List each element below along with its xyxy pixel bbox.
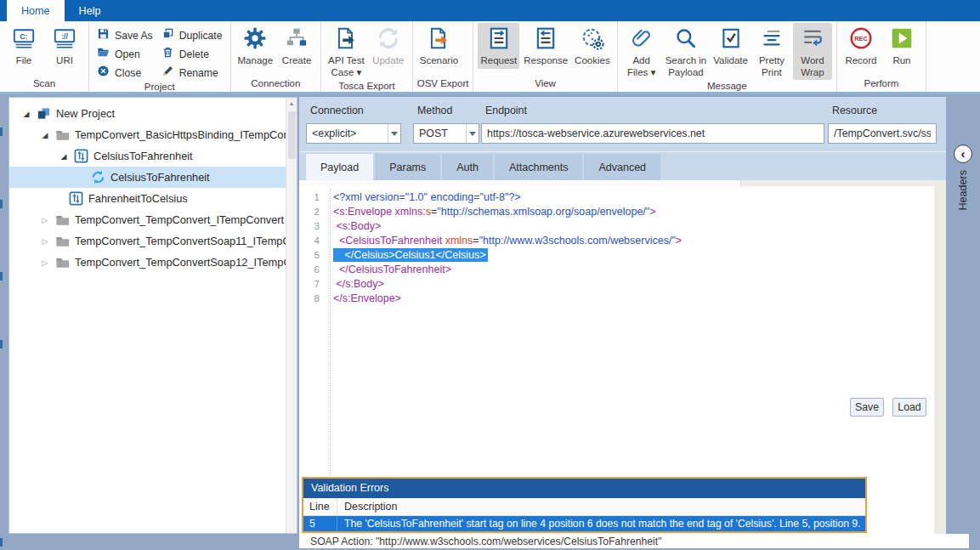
resource-label: Resource: [832, 105, 877, 116]
group-label-view: View: [478, 77, 612, 92]
connection-bar: Connection <explicit> Method POST Endpoi…: [299, 97, 946, 151]
expander-open-icon[interactable]: [21, 110, 31, 118]
method-select[interactable]: POST: [413, 123, 479, 144]
tree-scrollbar[interactable]: [286, 98, 297, 533]
expander-open-icon[interactable]: [40, 131, 50, 139]
expand-headers-chevron-icon[interactable]: [954, 145, 972, 163]
scenario-button[interactable]: Scenario: [417, 23, 461, 69]
ribbon-group-view: Request Response Cookies View: [473, 21, 617, 92]
ribbon-group-osv-export: Scenario OSV Export: [413, 21, 474, 92]
project-tree-panel: New Project TempConvert_BasicHttpsBindin…: [8, 97, 297, 534]
cookies-button[interactable]: Cookies: [572, 23, 613, 69]
tab-advanced[interactable]: Advanced: [584, 154, 660, 180]
save-payload-button[interactable]: Save: [850, 398, 884, 417]
open-button[interactable]: Open: [97, 46, 153, 62]
tree-scrollbar-thumb[interactable]: [288, 111, 296, 159]
editor-vertical-scrollbar[interactable]: [934, 180, 946, 534]
ribbon-group-connection: Manage Create Connection: [231, 21, 322, 92]
validate-button[interactable]: Validate: [711, 23, 751, 69]
ribbon-group-message: Add Files ▾ Search in Payload Validate P…: [618, 21, 837, 92]
open-folder-icon: [97, 46, 110, 62]
save-as-button[interactable]: Save As: [97, 27, 153, 43]
tab-params[interactable]: Params: [375, 154, 440, 180]
pretty-print-button[interactable]: Pretty Print: [752, 23, 791, 80]
column-header-line[interactable]: Line: [303, 498, 337, 515]
expander-closed-icon[interactable]: [40, 216, 50, 224]
ribbon-group-scan: C: File :// URI Scan: [0, 21, 89, 92]
document-export-icon: [334, 26, 358, 54]
request-panel: Connection <explicit> Method POST Endpoi…: [299, 97, 946, 534]
tab-help[interactable]: Help: [65, 0, 116, 21]
chevron-down-icon: [466, 124, 479, 143]
tree-item-tempconvert-basichttpsbinding[interactable]: TempConvert_BasicHttpsBinding_ITempConve…: [9, 124, 297, 145]
word-wrap-button[interactable]: Word Wrap: [793, 23, 832, 80]
expander-closed-icon[interactable]: [40, 237, 50, 246]
uri-icon: ://: [53, 26, 76, 54]
load-payload-button[interactable]: Load: [892, 398, 926, 417]
api-test-case-button[interactable]: API Test Case ▾: [326, 23, 367, 80]
cookie-icon: [581, 26, 604, 54]
method-label: Method: [417, 105, 452, 116]
endpoint-input[interactable]: [481, 123, 824, 144]
update-button[interactable]: Update: [369, 23, 408, 69]
manage-button[interactable]: Manage: [235, 23, 276, 69]
tab-auth[interactable]: Auth: [442, 154, 493, 180]
tab-attachments[interactable]: Attachments: [495, 154, 582, 180]
run-play-icon: [890, 26, 914, 54]
tree-item-tempconvert-soap12[interactable]: TempConvert_TempConvertSoap12_ITempConve…: [9, 252, 297, 273]
connection-label: Connection: [310, 105, 364, 116]
file-button[interactable]: C: File: [4, 23, 43, 69]
close-button[interactable]: Close: [97, 65, 153, 81]
duplicate-button[interactable]: Duplicate: [161, 27, 223, 43]
chevron-down-icon: [388, 124, 400, 143]
tree-item-new-project[interactable]: New Project: [9, 103, 297, 124]
tree-item-tempconvert-soap11[interactable]: TempConvert_TempConvertSoap11_ITempConve…: [9, 230, 297, 252]
tree-item-tempconvert-tempconvert[interactable]: TempConvert_TempConvert_ITempConvert: [9, 209, 297, 230]
validation-error-row[interactable]: 5 The 'CelsiusToFahrenheit' start tag on…: [303, 516, 865, 531]
uri-button[interactable]: :// URI: [45, 23, 84, 69]
editor-horizontal-scrollbar[interactable]: [299, 180, 934, 186]
refresh-icon: [91, 170, 105, 184]
headers-tab-label[interactable]: Headers: [957, 170, 969, 211]
connection-select[interactable]: <explicit>: [306, 123, 401, 144]
create-button[interactable]: Create: [277, 23, 316, 69]
expander-closed-icon[interactable]: [40, 258, 50, 267]
tab-home[interactable]: Home: [7, 0, 65, 21]
record-button[interactable]: REC Record: [841, 23, 881, 69]
request-button[interactable]: Request: [478, 23, 519, 69]
search-in-payload-button[interactable]: Search in Payload: [663, 23, 710, 80]
floppy-icon: [97, 27, 110, 43]
response-button[interactable]: Response: [521, 23, 570, 69]
tab-payload[interactable]: Payload: [306, 154, 373, 180]
validation-errors-title: Validation Errors: [303, 479, 865, 498]
resource-input[interactable]: [828, 123, 937, 144]
left-edge-mark: [0, 340, 3, 349]
editor-horizontal-thumb[interactable]: [299, 180, 741, 186]
request-document-icon: [487, 26, 511, 54]
word-wrap-icon: [801, 26, 824, 54]
document-orange-arrow-icon: [427, 26, 450, 54]
tree-item-fahrenheittocelsius[interactable]: FahrenheitToCelsius: [9, 188, 297, 209]
column-header-description[interactable]: Description: [337, 498, 865, 515]
tree-item-celsiustofahrenheit-service[interactable]: CelsiusToFahrenheit: [9, 145, 297, 167]
code-line: 4 <CelsiusToFahrenheit xmlns="http://www…: [299, 234, 934, 248]
code-line: 3 <s:Body>: [299, 219, 934, 234]
tree-item-celsiustofahrenheit-request[interactable]: CelsiusToFahrenheit: [9, 167, 297, 188]
swap-arrows-icon: [69, 191, 83, 206]
sync-arrows-icon: [377, 26, 400, 54]
add-files-button[interactable]: Add Files ▾: [622, 23, 661, 80]
delete-button[interactable]: Delete: [161, 46, 223, 62]
payload-editor[interactable]: 1<?xml version="1.0" encoding="utf-8"?> …: [299, 180, 946, 534]
validate-check-icon: [719, 26, 743, 54]
group-label-message: Message: [622, 80, 832, 94]
rename-button[interactable]: Rename: [161, 65, 223, 81]
response-document-icon: [534, 26, 558, 54]
run-button[interactable]: Run: [882, 23, 921, 69]
expander-open-icon[interactable]: [59, 152, 69, 161]
group-label-osv-export: OSV Export: [417, 77, 469, 92]
close-circle-icon: [97, 65, 110, 81]
ribbon-group-perform: REC Record Run Perform: [837, 21, 926, 92]
soap-action-text: SOAP Action: "http://www.w3schools.com/w…: [310, 536, 662, 547]
folder-icon: [55, 255, 70, 269]
duplicate-icon: [161, 27, 174, 43]
